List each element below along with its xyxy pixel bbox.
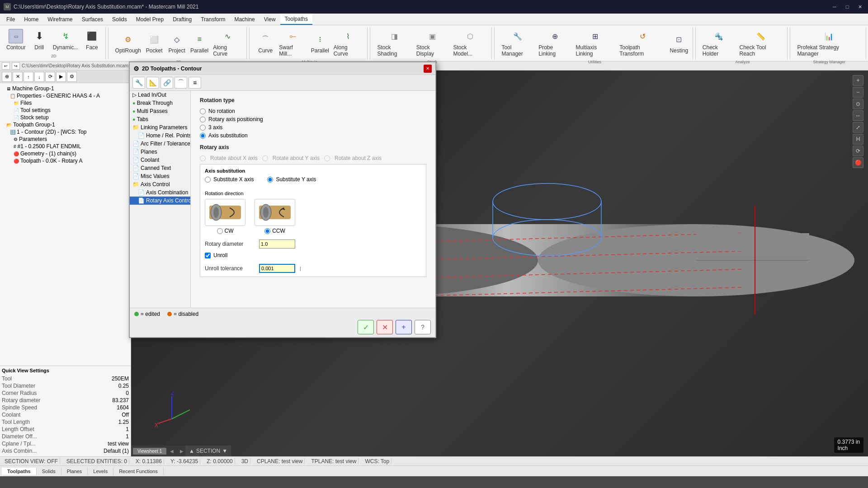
- radio-rotate-z[interactable]: [324, 155, 330, 161]
- strategy-manager-button[interactable]: 📊 Profekat Strategy Manager: [795, 28, 863, 58]
- minimize-button[interactable]: ─: [830, 2, 839, 11]
- radio-sub-y[interactable]: [267, 177, 273, 183]
- tree-geometry[interactable]: 🔴 Geometry - (1) chain(s): [2, 150, 129, 157]
- nav-canned-text[interactable]: 📄 Canned Text: [130, 164, 190, 172]
- menu-view[interactable]: View: [259, 14, 280, 25]
- menu-wireframe[interactable]: Wireframe: [43, 14, 77, 25]
- tree-toolpath[interactable]: 🔴 Toolpath - 0.0K - Rotary A: [2, 157, 129, 164]
- tab-toolpaths[interactable]: Toolpaths: [2, 468, 37, 475]
- nav-tabs[interactable]: ● Tabs: [130, 115, 190, 123]
- radio-ccw[interactable]: [264, 228, 270, 234]
- dlg-misc-btn[interactable]: ≡: [189, 77, 201, 89]
- nav-rotary-axis-control[interactable]: 📄 Rotary Axis Control: [130, 197, 190, 205]
- tab-planes[interactable]: Planes: [61, 468, 88, 475]
- nav-axis-combination[interactable]: 📄 Axis Combination: [130, 188, 190, 197]
- redo-btn[interactable]: ↪: [12, 62, 20, 70]
- project-button[interactable]: ◇ Project: [166, 31, 188, 55]
- nav-multi-passes[interactable]: ● Multi Passes: [130, 107, 190, 115]
- view-btn-4[interactable]: ↔: [853, 110, 863, 121]
- menu-file[interactable]: File: [2, 14, 19, 25]
- menu-machine[interactable]: Machine: [230, 14, 259, 25]
- radio-rotary-positioning[interactable]: [200, 117, 206, 122]
- nav-break-through[interactable]: ● Break Through: [130, 99, 190, 107]
- unroll-checkbox[interactable]: [205, 253, 211, 258]
- parallel-ma-button[interactable]: ⫶ Parallel: [309, 31, 331, 55]
- curve-button[interactable]: ⌒ Curve: [255, 31, 276, 55]
- lp-btn-4[interactable]: ↓: [34, 72, 44, 82]
- tree-toolpath-group[interactable]: 📂 Toolpath Group-1: [2, 121, 129, 128]
- tree-machine-group[interactable]: 🖥 Machine Group-1: [2, 85, 129, 92]
- multiaxis-linking-button[interactable]: ⊞ Multiaxis Linking: [574, 28, 617, 58]
- parallel-button[interactable]: ≡ Parallel: [189, 31, 210, 55]
- viewsheet-tab-1[interactable]: Viewsheet 1: [133, 448, 166, 455]
- close-button[interactable]: ✕: [855, 2, 864, 11]
- check-tool-reach-button[interactable]: 📏 Check Tool Reach: [738, 28, 785, 58]
- view-btn-1[interactable]: +: [853, 75, 863, 86]
- nav-home-rel[interactable]: 📄 Home / Rel. Points: [130, 131, 190, 140]
- stock-display-button[interactable]: ▣ Stock Display: [415, 28, 451, 58]
- pocket-button[interactable]: ⬜ Pocket: [143, 31, 165, 55]
- toolpath-transform-button[interactable]: ↺ Toolpath Transform: [618, 28, 667, 58]
- stock-model-button[interactable]: ⬡ Stock Model...: [451, 28, 489, 58]
- dynamic-button[interactable]: ↯ Dynamic...: [51, 28, 80, 52]
- add-button[interactable]: +: [396, 320, 412, 334]
- view-btn-7[interactable]: ⟳: [853, 145, 863, 156]
- stock-shading-button[interactable]: ◨ Stock Shading: [375, 28, 413, 58]
- tab-levels[interactable]: Levels: [88, 468, 113, 475]
- drill-button[interactable]: ⬇ Drill: [28, 28, 50, 52]
- radio-3axis[interactable]: [200, 125, 206, 131]
- menu-transform[interactable]: Transform: [196, 14, 230, 25]
- nav-linking-params[interactable]: 📁 Linking Parameters: [130, 123, 190, 131]
- nav-lead-in-out[interactable]: ▷ Lead In/Out: [130, 91, 190, 99]
- ok-button[interactable]: ✓: [358, 320, 374, 334]
- tree-files[interactable]: 📁 Files: [2, 99, 129, 107]
- tree-contour[interactable]: 🔢 1 - Contour (2D) - [WCS: Top: [2, 128, 129, 136]
- tree-tool-settings[interactable]: 📄 Tool settings: [2, 107, 129, 114]
- menu-model-prep[interactable]: Model Prep: [132, 14, 168, 25]
- lp-btn-2[interactable]: ✕: [13, 72, 23, 82]
- nesting-button[interactable]: ⊡ Nesting: [668, 31, 690, 55]
- face-button[interactable]: ⬛ Face: [81, 28, 103, 52]
- tree-parameters[interactable]: ⚙ Parameters: [2, 136, 129, 143]
- tree-properties[interactable]: 📋 Properties - GENERIC HAAS 4 - A: [2, 92, 129, 99]
- tab-solids[interactable]: Solids: [37, 468, 61, 475]
- radio-no-rotation[interactable]: [200, 108, 206, 114]
- radio-sub-x[interactable]: [205, 177, 211, 183]
- radio-rotate-x[interactable]: [200, 155, 206, 161]
- view-btn-6[interactable]: H: [853, 134, 863, 145]
- view-btn-3[interactable]: ⊙: [853, 99, 863, 109]
- nav-axis-control[interactable]: 📁 Axis Control: [130, 180, 190, 188]
- nav-planes[interactable]: 📄 Planes: [130, 148, 190, 156]
- menu-home[interactable]: Home: [19, 14, 43, 25]
- dlg-arc-btn[interactable]: ⌒: [175, 77, 187, 89]
- radio-rotate-y[interactable]: [262, 155, 268, 161]
- swarf-mill-button[interactable]: ⟜ Swarf Mill...: [277, 28, 308, 58]
- dlg-link-btn[interactable]: 🔗: [160, 77, 173, 89]
- probe-linking-button[interactable]: ⊕ Probe Linking: [537, 28, 573, 58]
- unroll-tolerance-input[interactable]: [259, 264, 295, 273]
- menu-drafting[interactable]: Drafting: [168, 14, 196, 25]
- along-curve-ma-button[interactable]: ⌇ Along Curve: [332, 28, 365, 58]
- tab-recent-functions[interactable]: Recent Functions: [113, 468, 164, 475]
- menu-surfaces[interactable]: Surfaces: [77, 14, 108, 25]
- radio-cw[interactable]: [217, 228, 223, 234]
- dlg-tool-btn[interactable]: 🔧: [132, 77, 145, 89]
- dialog-close-button[interactable]: ✕: [424, 65, 432, 73]
- menu-toolpaths[interactable]: Toolpaths: [280, 14, 312, 25]
- radio-axis-substitution[interactable]: [200, 133, 206, 139]
- tree-tool[interactable]: # #1 - 0.2500 FLAT ENDMIL: [2, 143, 129, 150]
- tool-manager-button[interactable]: 🔧 Tool Manager: [500, 28, 536, 58]
- section-dropdown[interactable]: ▲ SECTION ▼: [185, 446, 231, 456]
- nav-coolant[interactable]: 📄 Coolant: [130, 156, 190, 164]
- maximize-button[interactable]: □: [843, 2, 852, 11]
- view-btn-8[interactable]: 🔴: [853, 157, 863, 168]
- lp-btn-6[interactable]: ▶: [56, 72, 66, 82]
- lp-btn-7[interactable]: ⚙: [67, 72, 77, 82]
- cancel-button[interactable]: ✕: [377, 320, 393, 334]
- nav-arc-filter[interactable]: 📄 Arc Filter / Tolerance: [130, 140, 190, 148]
- along-curve-button[interactable]: ∿ Along Curve: [211, 28, 244, 58]
- check-holder-button[interactable]: 🔩 Check Holder: [701, 28, 737, 58]
- rotary-diameter-input[interactable]: [259, 239, 295, 249]
- menu-solids[interactable]: Solids: [108, 14, 132, 25]
- help-button[interactable]: ?: [415, 320, 431, 334]
